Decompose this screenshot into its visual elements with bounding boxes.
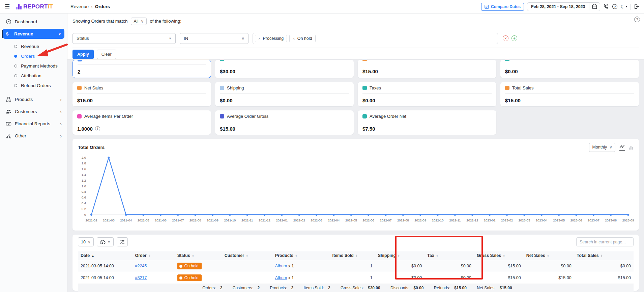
filter-values-input[interactable]: × Processing × On hold (253, 33, 498, 44)
compare-dates-button[interactable]: Compare Dates (481, 3, 524, 11)
stat-card-avg-order-gross[interactable]: Average Order Gross $15.00 (215, 110, 354, 135)
stat-accent (77, 86, 82, 90)
date-range-picker[interactable]: Feb 28, 2021 - Sep 18, 2023 (527, 2, 600, 11)
sidebar-subitem-revenue[interactable]: Revenue (0, 42, 67, 51)
bar-chart-icon[interactable] (628, 145, 634, 150)
calendar-icon[interactable] (589, 3, 600, 10)
logout-icon[interactable] (634, 4, 639, 9)
sidebar-subitem-refund-orders[interactable]: Refund Orders (0, 81, 67, 90)
dark-mode-toggle[interactable]: ☾ ▾ (621, 4, 627, 10)
product-link[interactable]: Album (275, 264, 287, 268)
sidebar-item-other[interactable]: Other › (0, 130, 67, 142)
sidebar-subitem-payment-methods[interactable]: Payment Methods (0, 61, 67, 71)
radio-dot-icon (14, 45, 17, 48)
help-circle-icon[interactable]: ? (634, 17, 640, 22)
cell-tax: $0.00 (425, 260, 474, 272)
interval-select[interactable]: Monthly ∨ (589, 143, 615, 152)
apply-button[interactable]: Apply (72, 50, 94, 59)
column-header-status[interactable]: Status▲▼ (175, 251, 222, 260)
add-filter-row-icon[interactable]: + (511, 35, 517, 41)
column-header-order[interactable]: Order▲▼ (133, 251, 175, 260)
svg-text:?: ? (614, 5, 616, 8)
sidebar-subitem-attribution[interactable]: Attribution (0, 71, 67, 81)
chip-remove-icon[interactable]: × (258, 36, 260, 41)
chevron-right-icon: › (60, 109, 62, 114)
line-chart-icon[interactable] (619, 144, 625, 151)
chip-remove-icon[interactable]: × (293, 36, 295, 41)
column-header-net-sales[interactable]: Net Sales▲▼ (524, 251, 574, 260)
dropdown-triangle-icon: ▼ (108, 240, 111, 244)
column-header-products[interactable]: Products▲▼ (272, 251, 330, 260)
y-tick-label: 2.0 (82, 156, 86, 159)
clear-button[interactable]: Clear (97, 50, 116, 59)
x-tick-label: 2021-05 (138, 218, 149, 222)
sidebar-item-financial-reports[interactable]: Financial Reports › (0, 117, 67, 130)
table-row: 2021-03-05 14:00 #2245 On hold Album x 1… (78, 260, 634, 272)
column-header-date[interactable]: Date▲ (78, 251, 133, 260)
x-tick-label: 2022-05 (345, 218, 357, 222)
breadcrumb-section[interactable]: Revenue (70, 4, 89, 9)
stat-card[interactable]: $15.00 (358, 60, 496, 78)
stat-card[interactable]: $30.00 (215, 60, 354, 78)
x-tick-label: 2021-11 (241, 218, 253, 222)
sidebar-item-dashboard[interactable]: Dashboard (0, 16, 67, 28)
order-link[interactable]: #2245 (135, 264, 147, 268)
x-tick-label: 2021-09 (207, 218, 218, 222)
help-icon[interactable]: ? (612, 4, 618, 9)
cell-customer (222, 272, 272, 284)
column-header-items-sold[interactable]: Items Sold▲▼ (330, 251, 375, 260)
chevron-down-icon: ∨ (141, 19, 144, 24)
orders-line-chart (90, 156, 630, 216)
column-settings-button[interactable] (117, 237, 128, 246)
stat-card-net-sales[interactable]: Net Sales $15.00 (72, 82, 211, 106)
sidebar-item-revenue[interactable]: $ Revenue ∨ (3, 29, 64, 39)
cell-customer (222, 260, 272, 272)
sidebar-item-products[interactable]: Products › (0, 93, 67, 105)
download-button[interactable]: ▼ (97, 237, 114, 246)
stat-card[interactable]: 2 (72, 60, 211, 78)
cell-shipping: $0.00 (375, 260, 425, 272)
column-header-shipping[interactable]: Shipping▲▼ (375, 251, 425, 260)
stat-label: Average Items Per Order (84, 114, 133, 119)
info-icon[interactable]: i (95, 126, 100, 131)
match-type-select[interactable]: All ∨ (131, 18, 147, 25)
column-header-tax[interactable]: Tax▲▼ (425, 251, 474, 260)
filter-match-suffix: of the following: (150, 19, 181, 24)
sidebar-item-customers[interactable]: Customers › (0, 105, 67, 117)
remove-filter-row-icon[interactable]: × (503, 35, 508, 41)
stat-accent (220, 114, 224, 118)
filter-chip[interactable]: × Processing (255, 35, 287, 42)
order-link[interactable]: #3217 (135, 275, 147, 280)
x-tick-label: 2023-09 (622, 218, 634, 222)
column-header-gross-sales[interactable]: Gross Sales▲▼ (474, 251, 524, 260)
cell-gross-sales: $15.00 (474, 272, 524, 284)
stat-card-avg-items-per-order[interactable]: Average Items Per Order 1.0000i (72, 110, 211, 135)
stat-card[interactable]: $0.00 (500, 60, 639, 78)
column-header-total-sales[interactable]: Total Sales▲▼ (574, 251, 634, 260)
filter-field-select[interactable]: Status ▼ (72, 33, 176, 44)
filter-match-prefix: Showing Orders that match (72, 19, 128, 24)
chart-plot: 2.01.81.61.41.21.00.80.60.40.20 (78, 156, 634, 216)
page-size-select[interactable]: 10 ∨ (78, 237, 94, 246)
y-tick-label: 0.6 (82, 195, 86, 199)
stat-value: 2 (78, 69, 206, 75)
search-input[interactable] (576, 237, 634, 246)
stat-card-avg-order-net[interactable]: Average Order Net $7.50 (358, 110, 496, 135)
column-header-customer[interactable]: Customer▲▼ (222, 251, 272, 260)
summary-item: Products: 2 (267, 286, 293, 290)
product-link[interactable]: Album (275, 275, 287, 280)
sidebar-subitem-orders[interactable]: Orders (0, 51, 67, 61)
x-tick-label: 2021-12 (259, 218, 270, 222)
phone-support-icon[interactable] (603, 4, 609, 9)
stat-value: $7.50 (362, 126, 492, 132)
stat-card-taxes[interactable]: Taxes $0.00 (358, 82, 496, 106)
stat-card-shipping[interactable]: Shipping $0.00 (215, 82, 354, 106)
stat-card-total-sales[interactable]: Total Sales $15.00 (500, 82, 639, 106)
filter-operator-select[interactable]: IN ∨ (180, 33, 248, 44)
y-tick-label: 1.8 (82, 161, 86, 165)
filter-match-row: Showing Orders that match All ∨ of the f… (72, 14, 639, 29)
app-logo[interactable]: REPORTiT (16, 4, 53, 9)
y-tick-label: 0.4 (82, 201, 86, 205)
hamburger-menu-icon[interactable]: ☰ (5, 3, 13, 10)
filter-chip[interactable]: × On hold (289, 35, 315, 42)
